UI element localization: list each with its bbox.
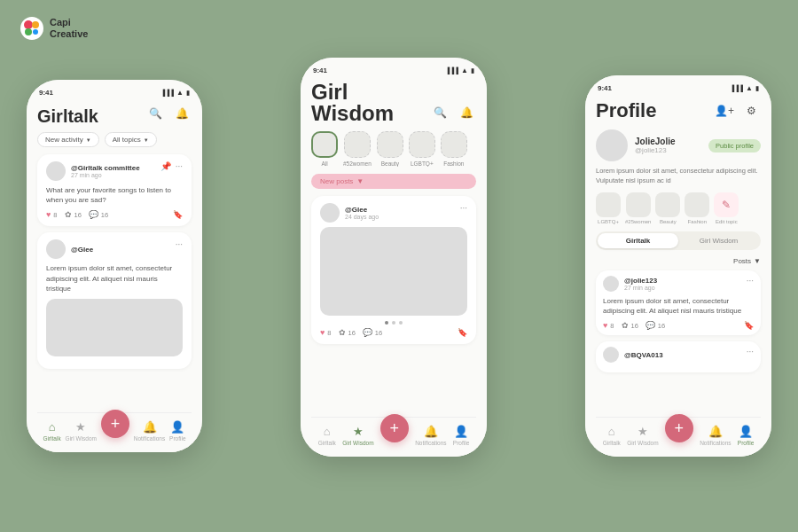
tab-girlwisdom[interactable]: Girl Wisdom — [678, 233, 759, 248]
comment-action-glee[interactable]: ✿ 16 — [339, 328, 356, 337]
new-posts-button[interactable]: New posts ▼ — [311, 174, 476, 189]
profile-post-avatar-1 — [603, 276, 619, 292]
share-action-glee[interactable]: 💬 16 — [363, 328, 382, 337]
signal-icon-2: ▐▐▐ — [445, 67, 458, 74]
filter-activity[interactable]: New activity ▼ — [37, 132, 99, 147]
comment-icon-glee: ✿ — [339, 328, 346, 337]
logo-icon — [20, 16, 44, 41]
nav-girltalk-1[interactable]: ⌂ Girltalk — [43, 420, 60, 442]
nav-profile-2[interactable]: 👤 Profile — [453, 425, 469, 446]
nav-profile-1[interactable]: 👤 Profile — [169, 420, 185, 442]
nav-profile-3[interactable]: 👤 Profile — [738, 425, 754, 446]
profile-avatar — [596, 129, 628, 161]
topic-box-25women — [626, 192, 651, 217]
home-icon: ⌂ — [49, 420, 56, 434]
profile-comment-1[interactable]: ✿ 16 — [622, 321, 638, 330]
category-52women[interactable]: #52women — [343, 131, 372, 167]
profile-bookmark-1[interactable]: 🔖 — [744, 321, 754, 330]
wifi-icon-3: ▲ — [746, 84, 753, 92]
share-icon-p1: 💬 — [645, 321, 655, 330]
profile-post-2: @BQVA013 ··· — [596, 341, 761, 372]
post-menu-glee[interactable]: ··· — [460, 203, 467, 213]
category-circle-5 — [441, 131, 467, 158]
topic-25women[interactable]: #25women — [625, 192, 651, 224]
dot-1 — [385, 321, 388, 325]
nav-notifications-1[interactable]: 🔔 Notifications — [134, 420, 165, 442]
wifi-icon: ▲ — [176, 89, 184, 97]
nav-notifications-3[interactable]: 🔔 Notifications — [700, 425, 731, 446]
post-card-1: @Girltalk committee 27 min ago 📌 ··· Wha… — [37, 154, 192, 226]
post-menu-2[interactable]: ··· — [176, 239, 183, 249]
post-image-1 — [46, 299, 183, 356]
nav-girltalk-3[interactable]: ⌂ Girltalk — [603, 425, 621, 446]
profile-post-username-2: @BQVA013 — [624, 351, 663, 359]
status-time-3: 9:41 — [598, 84, 612, 92]
arrow-icon-2: ▼ — [144, 137, 149, 143]
bookmark-action-glee[interactable]: 🔖 — [458, 328, 467, 337]
star-icon-2: ★ — [353, 425, 364, 438]
fab-button-1[interactable]: + — [101, 410, 129, 438]
person-icon-2: 👤 — [454, 425, 468, 438]
category-circle-all — [311, 131, 338, 158]
heart-icon-p1: ♥ — [603, 321, 607, 330]
like-action-1[interactable]: ♥ 8 — [46, 210, 58, 219]
app-title-2: Girl Wisdom — [311, 82, 430, 124]
fab-button-2[interactable]: + — [380, 414, 409, 442]
nav-girlwisdom-3[interactable]: ★ Girl Wisdom — [627, 425, 658, 446]
wifi-icon-2: ▲ — [461, 66, 468, 74]
svg-point-4 — [33, 29, 38, 35]
notifications-button-1[interactable]: 🔔 — [172, 104, 192, 123]
nav-girlwisdom-1[interactable]: ★ Girl Wisdom — [66, 420, 97, 442]
dot-indicators — [320, 321, 467, 325]
post-menu-1[interactable]: ··· — [176, 161, 183, 171]
category-lgbtq[interactable]: LGBTQ+ — [409, 131, 435, 167]
profile-header: Profile 👤+ ⚙ — [596, 99, 761, 122]
post-card-glee: @Glee 24 days ago ··· ♥ 8 ✿ 16 — [311, 196, 476, 344]
search-button-1[interactable]: 🔍 — [145, 104, 165, 123]
settings-button[interactable]: ⚙ — [741, 101, 761, 121]
tab-girltalk[interactable]: Girltalk — [598, 233, 678, 248]
category-beauty[interactable]: Beauty — [377, 131, 403, 167]
fab-button-3[interactable]: + — [665, 414, 693, 442]
post-text-1: What are your favorite songs to listen t… — [46, 185, 183, 205]
notifications-button-2[interactable]: 🔔 — [457, 103, 476, 122]
svg-point-3 — [25, 28, 32, 35]
share-action-1[interactable]: 💬 16 — [89, 210, 108, 219]
share-icon: 💬 — [89, 210, 98, 219]
profile-share-1[interactable]: 💬 16 — [645, 321, 665, 330]
bookmark-icon-glee: 🔖 — [458, 328, 467, 337]
profile-post-menu-1[interactable]: ··· — [747, 276, 754, 286]
comment-action-1[interactable]: ✿ 16 — [65, 210, 82, 219]
topic-beauty[interactable]: Beauty — [655, 192, 680, 224]
home-icon-2: ⌂ — [324, 425, 331, 438]
bookmark-action-1[interactable]: 🔖 — [173, 210, 183, 219]
category-all[interactable]: All — [311, 131, 338, 167]
nav-notifications-2[interactable]: 🔔 Notifications — [415, 425, 446, 446]
posts-filter[interactable]: Posts ▼ — [733, 257, 761, 265]
category-fashion[interactable]: Fashion — [441, 131, 467, 167]
like-action-glee[interactable]: ♥ 8 — [320, 328, 332, 337]
posts-header: Posts ▼ — [596, 257, 761, 265]
bell-icon: 🔔 — [143, 420, 157, 434]
status-time-1: 9:41 — [39, 89, 53, 97]
edit-topic-button[interactable]: ✎ Edit topic — [714, 192, 739, 224]
add-friend-button[interactable]: 👤+ — [715, 101, 734, 121]
status-bar-1: 9:41 ▐▐▐ ▲ ▮ — [37, 89, 192, 97]
profile-post-menu-2[interactable]: ··· — [747, 347, 754, 356]
battery-icon: ▮ — [186, 90, 190, 97]
search-button-2[interactable]: 🔍 — [430, 103, 450, 122]
logo: Capi Creative — [20, 16, 88, 41]
nav-girlwisdom-2[interactable]: ★ Girl Wisdom — [342, 425, 373, 446]
nav-girltalk-2[interactable]: ⌂ Girltalk — [318, 425, 336, 446]
bookmark-icon: 🔖 — [173, 210, 183, 219]
topic-lgbtq[interactable]: LGBTQ+ — [596, 192, 621, 224]
post-time-1: 27 min ago — [71, 172, 140, 178]
topic-fashion[interactable]: Fashion — [685, 192, 709, 224]
edit-icon: ✎ — [714, 192, 739, 217]
profile-post-username-1: @jolie123 — [624, 277, 657, 285]
profile-like-1[interactable]: ♥ 8 — [603, 321, 614, 330]
app-header-2: Girl Wisdom 🔍 🔔 — [311, 82, 476, 124]
filter-topics[interactable]: All topics ▼ — [105, 132, 157, 147]
profile-name: JolieJolie — [635, 137, 676, 146]
bell-icon-3: 🔔 — [708, 425, 723, 438]
